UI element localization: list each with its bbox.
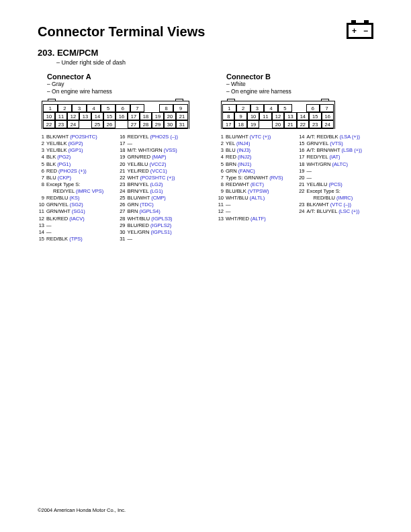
pin-entry: 1 BLU/WHT (VTC (+)) — [217, 134, 293, 140]
pin-cell: 14 — [297, 112, 309, 120]
pin-cell: 8 — [222, 112, 234, 120]
pin-entry: 5 BRN (INJ1) — [217, 161, 293, 168]
pin-cell: 28 — [140, 120, 152, 128]
pin-cell: 22 — [297, 120, 309, 128]
pin-cell: 21 — [176, 112, 188, 120]
pin-entry: 4 RED (INJ2) — [217, 154, 293, 161]
connector-b-block: Connector B – White– On engine wire harn… — [217, 73, 373, 242]
pin-entry: 17 — — [119, 140, 195, 147]
pin-list: 1 BLU/WHT (VTC (+)) 2 YEL (INJ4) 3 BLU (… — [217, 134, 373, 222]
pin-cell: 26 — [103, 120, 116, 128]
pin-entry: 3 YEL/BLK (IGP1) — [38, 147, 113, 154]
pin-entry: 22 WHT (PO2SHTC (+)) — [119, 175, 195, 181]
connector-diagram: 123456789101112131415161718192021222324 — [221, 101, 335, 129]
pin-cell: 27 — [128, 120, 140, 128]
pin-entry: 1 BLK/WHT (PO2SHTC) — [38, 134, 113, 140]
pin-cell: 6 — [116, 104, 130, 112]
page-title: Connector Terminal Views — [38, 24, 373, 40]
pin-entry: 31 — — [119, 236, 195, 242]
pin-cell: 23 — [309, 120, 321, 128]
pin-cell: 19 — [247, 120, 259, 128]
pin-entry: 23 BRN/YEL (LG2) — [119, 181, 195, 188]
battery-icon: +− — [347, 23, 373, 39]
pin-entry: 13 — — [38, 222, 113, 229]
pin-entry: 18 WHT/GRN (ALTC) — [298, 161, 374, 168]
pin-cell: 6 — [306, 104, 320, 112]
pin-entry: RED/BLU (IMRC) — [298, 195, 374, 202]
pin-cell: 12 — [272, 112, 284, 120]
pin-cell: 2 — [58, 104, 73, 112]
connectors-container: Connector A – Gray– On engine wire harne… — [38, 73, 373, 242]
pin-entry: 30 YEL/GRN (IGPLS1) — [119, 229, 195, 236]
connector-a-block: Connector A – Gray– On engine wire harne… — [38, 73, 194, 242]
pin-entry: 12 — — [217, 208, 293, 215]
pin-entry: 11 GRN/WHT (SG1) — [38, 208, 113, 215]
pin-cell: 5 — [278, 104, 292, 112]
connector-title: Connector B — [226, 73, 373, 81]
pin-entry: 17 RED/YEL (IAT) — [298, 154, 374, 161]
pin-entry: 15 GRN/YEL (VTS) — [298, 140, 374, 147]
pin-entry: 13 WHT/RED (ALTF) — [217, 216, 293, 222]
pin-cell: 31 — [176, 120, 188, 128]
pin-entry: 2 YEL/BLK (IGP2) — [38, 140, 113, 147]
pin-entry: 12 BLK/RED (IACV) — [38, 216, 113, 222]
pin-cell: 15 — [309, 112, 321, 120]
pin-cell: 3 — [250, 104, 265, 112]
pin-cell: 19 — [152, 112, 164, 120]
connector-subtitle: – Gray– On engine wire harness — [47, 81, 194, 95]
connector-diagram: 1234567891011121314151617181920212223242… — [42, 101, 189, 129]
pin-entry: 6 GRN (FANC) — [217, 168, 293, 175]
pin-cell: 13 — [284, 112, 296, 120]
pin-cell: 3 — [72, 104, 87, 112]
pin-cell: 1 — [43, 104, 58, 112]
pin-cell: 24 — [322, 120, 334, 128]
pin-cell: 7 — [320, 104, 334, 112]
pin-cell: 1 — [222, 104, 236, 112]
pin-entry: 20 — — [298, 175, 374, 181]
pin-cell: 24 — [67, 120, 79, 128]
pin-cell: 17 — [222, 120, 234, 128]
pin-list: 1 BLK/WHT (PO2SHTC) 2 YEL/BLK (IGP2) 3 Y… — [38, 134, 194, 242]
pin-entry: 2 YEL (INJ4) — [217, 140, 293, 147]
pin-entry: 10 GRN/YEL (SG2) — [38, 202, 113, 208]
pin-cell: 4 — [87, 104, 101, 112]
pin-cell: 22 — [43, 120, 55, 128]
pin-cell: 16 — [322, 112, 334, 120]
pin-entry: 4 BLK (PG2) — [38, 154, 113, 161]
pin-entry: 16 A/T: BRN/WHT (LSB (+)) — [298, 147, 374, 154]
pin-cell: 9 — [173, 104, 188, 112]
pin-entry: 9 BLU/BLK (VTPSW) — [217, 188, 293, 195]
pin-entry: 26 GRN (TDC) — [119, 202, 195, 208]
pin-cell: 11 — [259, 112, 271, 120]
pin-entry: 7 Type S: GRN/WHT (RVS) — [217, 175, 293, 181]
pin-cell: 7 — [130, 104, 145, 112]
pin-entry: 15 RED/BLK (TPS) — [38, 236, 113, 242]
pin-cell: 23 — [55, 120, 67, 128]
pin-entry: 25 BLU/WHT (CMP) — [119, 195, 195, 202]
pin-cell: 18 — [140, 112, 152, 120]
pin-entry: 6 RED (PHO2S (+)) — [38, 168, 113, 175]
pin-entry: 23 BLK/WHT (VTC (–)) — [298, 202, 374, 208]
pin-cell: 5 — [101, 104, 116, 112]
pin-entry: 8 Except Type S: — [38, 181, 113, 188]
pin-entry: 24 BRN/YEL (LG1) — [119, 188, 195, 195]
pin-cell: 25 — [91, 120, 103, 128]
pin-entry: 27 BRN (IGPLS4) — [119, 208, 195, 215]
pin-entry: 9 RED/BLU (KS) — [38, 195, 113, 202]
pin-cell: 13 — [79, 112, 91, 120]
pin-entry: 22 Except Type S: — [298, 188, 374, 195]
pin-cell: 30 — [164, 120, 176, 128]
pin-entry: 29 BLU/RED (IGPLS2) — [119, 222, 195, 229]
pin-entry: 28 WHT/BLU (IGPLS3) — [119, 216, 195, 222]
pin-entry: 14 A/T: RED/BLK (LSA (+)) — [298, 134, 374, 140]
pin-cell: 16 — [116, 112, 128, 120]
pin-entry: 19 GRN/RED (MAP) — [119, 154, 195, 161]
pin-cell: 17 — [128, 112, 140, 120]
pin-cell: 20 — [164, 112, 176, 120]
pin-cell: 21 — [284, 120, 296, 128]
section-heading: 203. ECM/PCM — [38, 48, 373, 58]
pin-cell: 11 — [55, 112, 67, 120]
pin-cell: 9 — [234, 112, 246, 120]
connector-subtitle: – White– On engine wire harness — [226, 81, 373, 95]
pin-cell: 20 — [272, 120, 284, 128]
